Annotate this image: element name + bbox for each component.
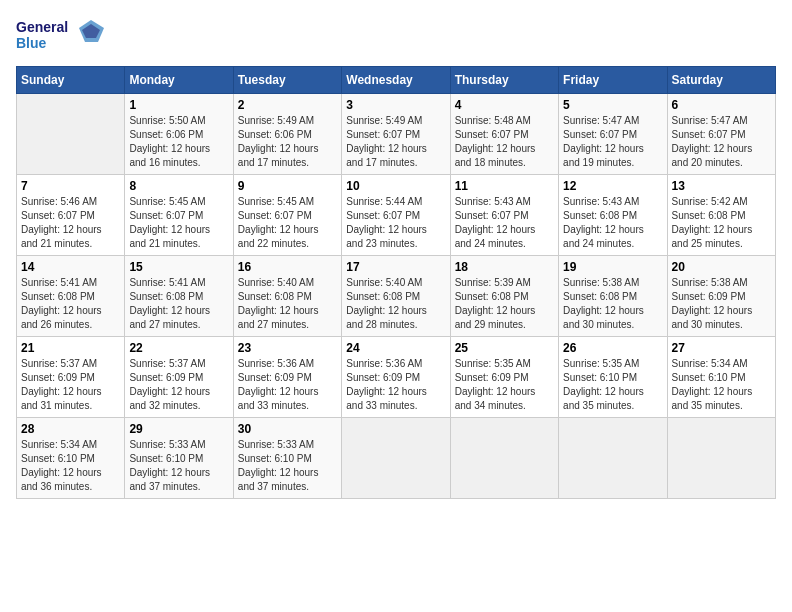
cell-info: Sunrise: 5:35 AMSunset: 6:09 PMDaylight:… xyxy=(455,358,536,411)
cell-info: Sunrise: 5:36 AMSunset: 6:09 PMDaylight:… xyxy=(346,358,427,411)
calendar-cell: 13Sunrise: 5:42 AMSunset: 6:08 PMDayligh… xyxy=(667,175,775,256)
day-number: 25 xyxy=(455,341,554,355)
day-number: 4 xyxy=(455,98,554,112)
calendar-cell xyxy=(342,418,450,499)
cell-info: Sunrise: 5:38 AMSunset: 6:09 PMDaylight:… xyxy=(672,277,753,330)
day-number: 2 xyxy=(238,98,337,112)
day-number: 7 xyxy=(21,179,120,193)
logo: General Blue xyxy=(16,16,106,56)
cell-info: Sunrise: 5:33 AMSunset: 6:10 PMDaylight:… xyxy=(129,439,210,492)
cell-info: Sunrise: 5:48 AMSunset: 6:07 PMDaylight:… xyxy=(455,115,536,168)
calendar-cell: 27Sunrise: 5:34 AMSunset: 6:10 PMDayligh… xyxy=(667,337,775,418)
calendar-cell: 19Sunrise: 5:38 AMSunset: 6:08 PMDayligh… xyxy=(559,256,667,337)
cell-info: Sunrise: 5:40 AMSunset: 6:08 PMDaylight:… xyxy=(238,277,319,330)
calendar-cell: 3Sunrise: 5:49 AMSunset: 6:07 PMDaylight… xyxy=(342,94,450,175)
day-number: 21 xyxy=(21,341,120,355)
calendar-cell: 15Sunrise: 5:41 AMSunset: 6:08 PMDayligh… xyxy=(125,256,233,337)
day-number: 23 xyxy=(238,341,337,355)
calendar-cell: 6Sunrise: 5:47 AMSunset: 6:07 PMDaylight… xyxy=(667,94,775,175)
logo-svg: General Blue xyxy=(16,16,106,56)
header-day-sunday: Sunday xyxy=(17,67,125,94)
calendar-week-5: 28Sunrise: 5:34 AMSunset: 6:10 PMDayligh… xyxy=(17,418,776,499)
day-number: 12 xyxy=(563,179,662,193)
calendar-cell xyxy=(559,418,667,499)
calendar-cell: 4Sunrise: 5:48 AMSunset: 6:07 PMDaylight… xyxy=(450,94,558,175)
calendar-cell: 7Sunrise: 5:46 AMSunset: 6:07 PMDaylight… xyxy=(17,175,125,256)
calendar-cell: 22Sunrise: 5:37 AMSunset: 6:09 PMDayligh… xyxy=(125,337,233,418)
day-number: 30 xyxy=(238,422,337,436)
calendar-cell: 18Sunrise: 5:39 AMSunset: 6:08 PMDayligh… xyxy=(450,256,558,337)
calendar-cell: 1Sunrise: 5:50 AMSunset: 6:06 PMDaylight… xyxy=(125,94,233,175)
cell-info: Sunrise: 5:34 AMSunset: 6:10 PMDaylight:… xyxy=(21,439,102,492)
day-number: 15 xyxy=(129,260,228,274)
cell-info: Sunrise: 5:33 AMSunset: 6:10 PMDaylight:… xyxy=(238,439,319,492)
header-day-saturday: Saturday xyxy=(667,67,775,94)
cell-info: Sunrise: 5:37 AMSunset: 6:09 PMDaylight:… xyxy=(129,358,210,411)
cell-info: Sunrise: 5:39 AMSunset: 6:08 PMDaylight:… xyxy=(455,277,536,330)
calendar-cell xyxy=(667,418,775,499)
cell-info: Sunrise: 5:46 AMSunset: 6:07 PMDaylight:… xyxy=(21,196,102,249)
cell-info: Sunrise: 5:45 AMSunset: 6:07 PMDaylight:… xyxy=(129,196,210,249)
calendar-cell: 28Sunrise: 5:34 AMSunset: 6:10 PMDayligh… xyxy=(17,418,125,499)
cell-info: Sunrise: 5:42 AMSunset: 6:08 PMDaylight:… xyxy=(672,196,753,249)
calendar-week-2: 7Sunrise: 5:46 AMSunset: 6:07 PMDaylight… xyxy=(17,175,776,256)
day-number: 19 xyxy=(563,260,662,274)
day-number: 8 xyxy=(129,179,228,193)
day-number: 9 xyxy=(238,179,337,193)
calendar-cell: 5Sunrise: 5:47 AMSunset: 6:07 PMDaylight… xyxy=(559,94,667,175)
calendar-cell: 16Sunrise: 5:40 AMSunset: 6:08 PMDayligh… xyxy=(233,256,341,337)
day-number: 3 xyxy=(346,98,445,112)
calendar-cell xyxy=(450,418,558,499)
calendar-week-3: 14Sunrise: 5:41 AMSunset: 6:08 PMDayligh… xyxy=(17,256,776,337)
calendar-cell: 14Sunrise: 5:41 AMSunset: 6:08 PMDayligh… xyxy=(17,256,125,337)
svg-text:Blue: Blue xyxy=(16,35,47,51)
header-day-wednesday: Wednesday xyxy=(342,67,450,94)
cell-info: Sunrise: 5:36 AMSunset: 6:09 PMDaylight:… xyxy=(238,358,319,411)
day-number: 14 xyxy=(21,260,120,274)
page-header: General Blue xyxy=(16,16,776,56)
day-number: 10 xyxy=(346,179,445,193)
calendar-cell: 10Sunrise: 5:44 AMSunset: 6:07 PMDayligh… xyxy=(342,175,450,256)
header-day-thursday: Thursday xyxy=(450,67,558,94)
header-day-tuesday: Tuesday xyxy=(233,67,341,94)
day-number: 28 xyxy=(21,422,120,436)
svg-text:General: General xyxy=(16,19,68,35)
calendar-cell: 29Sunrise: 5:33 AMSunset: 6:10 PMDayligh… xyxy=(125,418,233,499)
day-number: 16 xyxy=(238,260,337,274)
day-number: 27 xyxy=(672,341,771,355)
day-number: 11 xyxy=(455,179,554,193)
calendar-week-4: 21Sunrise: 5:37 AMSunset: 6:09 PMDayligh… xyxy=(17,337,776,418)
days-header-row: SundayMondayTuesdayWednesdayThursdayFrid… xyxy=(17,67,776,94)
calendar-cell: 17Sunrise: 5:40 AMSunset: 6:08 PMDayligh… xyxy=(342,256,450,337)
calendar-cell: 9Sunrise: 5:45 AMSunset: 6:07 PMDaylight… xyxy=(233,175,341,256)
cell-info: Sunrise: 5:40 AMSunset: 6:08 PMDaylight:… xyxy=(346,277,427,330)
calendar-cell: 8Sunrise: 5:45 AMSunset: 6:07 PMDaylight… xyxy=(125,175,233,256)
calendar-week-1: 1Sunrise: 5:50 AMSunset: 6:06 PMDaylight… xyxy=(17,94,776,175)
cell-info: Sunrise: 5:37 AMSunset: 6:09 PMDaylight:… xyxy=(21,358,102,411)
day-number: 29 xyxy=(129,422,228,436)
day-number: 6 xyxy=(672,98,771,112)
header-day-monday: Monday xyxy=(125,67,233,94)
cell-info: Sunrise: 5:43 AMSunset: 6:07 PMDaylight:… xyxy=(455,196,536,249)
cell-info: Sunrise: 5:35 AMSunset: 6:10 PMDaylight:… xyxy=(563,358,644,411)
day-number: 20 xyxy=(672,260,771,274)
cell-info: Sunrise: 5:38 AMSunset: 6:08 PMDaylight:… xyxy=(563,277,644,330)
day-number: 18 xyxy=(455,260,554,274)
calendar-cell: 11Sunrise: 5:43 AMSunset: 6:07 PMDayligh… xyxy=(450,175,558,256)
cell-info: Sunrise: 5:43 AMSunset: 6:08 PMDaylight:… xyxy=(563,196,644,249)
cell-info: Sunrise: 5:49 AMSunset: 6:06 PMDaylight:… xyxy=(238,115,319,168)
cell-info: Sunrise: 5:44 AMSunset: 6:07 PMDaylight:… xyxy=(346,196,427,249)
day-number: 26 xyxy=(563,341,662,355)
calendar-table: SundayMondayTuesdayWednesdayThursdayFrid… xyxy=(16,66,776,499)
day-number: 22 xyxy=(129,341,228,355)
day-number: 13 xyxy=(672,179,771,193)
cell-info: Sunrise: 5:34 AMSunset: 6:10 PMDaylight:… xyxy=(672,358,753,411)
header-day-friday: Friday xyxy=(559,67,667,94)
day-number: 5 xyxy=(563,98,662,112)
day-number: 1 xyxy=(129,98,228,112)
calendar-cell xyxy=(17,94,125,175)
calendar-cell: 26Sunrise: 5:35 AMSunset: 6:10 PMDayligh… xyxy=(559,337,667,418)
cell-info: Sunrise: 5:41 AMSunset: 6:08 PMDaylight:… xyxy=(129,277,210,330)
calendar-cell: 30Sunrise: 5:33 AMSunset: 6:10 PMDayligh… xyxy=(233,418,341,499)
cell-info: Sunrise: 5:47 AMSunset: 6:07 PMDaylight:… xyxy=(672,115,753,168)
